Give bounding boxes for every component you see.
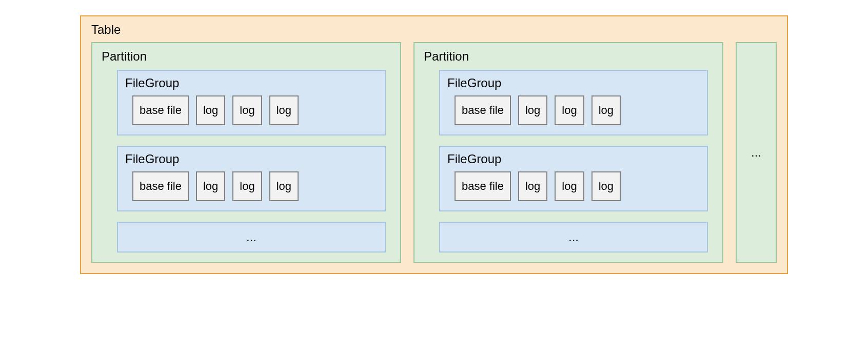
partition: Partition FileGroup base file log log lo… (413, 42, 723, 263)
filegroup-ellipsis: ... (117, 222, 386, 253)
log-file: log (196, 171, 225, 201)
filegroup-ellipsis: ... (439, 222, 708, 253)
log-file: log (518, 95, 547, 125)
log-file: log (269, 171, 299, 201)
base-file: base file (132, 95, 189, 125)
files-row: base file log log log (125, 95, 378, 125)
filegroup: FileGroup base file log log log (117, 70, 386, 135)
filegroup: FileGroup base file log log log (117, 146, 386, 211)
table-label: Table (91, 23, 777, 37)
base-file: base file (132, 171, 189, 201)
log-file: log (518, 171, 547, 201)
filegroups-column: FileGroup base file log log log FileGrou… (424, 70, 713, 253)
filegroups-column: FileGroup base file log log log FileGrou… (102, 70, 391, 253)
filegroup-label: FileGroup (447, 152, 700, 166)
filegroup: FileGroup base file log log log (439, 70, 708, 135)
files-row: base file log log log (447, 171, 700, 201)
log-file: log (269, 95, 299, 125)
filegroup-label: FileGroup (447, 76, 700, 90)
log-file: log (232, 171, 262, 201)
partition-ellipsis: ... (736, 42, 777, 263)
log-file: log (591, 171, 621, 201)
log-file: log (232, 95, 262, 125)
log-file: log (196, 95, 225, 125)
table-container: Table Partition FileGroup base file log … (80, 15, 788, 274)
files-row: base file log log log (125, 171, 378, 201)
partition-label: Partition (424, 49, 713, 64)
partition: Partition FileGroup base file log log lo… (91, 42, 401, 263)
log-file: log (591, 95, 621, 125)
files-row: base file log log log (447, 95, 700, 125)
base-file: base file (455, 95, 511, 125)
filegroup: FileGroup base file log log log (439, 146, 708, 211)
log-file: log (555, 171, 584, 201)
partition-label: Partition (102, 49, 391, 64)
filegroup-label: FileGroup (125, 76, 378, 90)
log-file: log (555, 95, 584, 125)
filegroup-label: FileGroup (125, 152, 378, 166)
base-file: base file (455, 171, 511, 201)
partitions-row: Partition FileGroup base file log log lo… (91, 42, 777, 263)
